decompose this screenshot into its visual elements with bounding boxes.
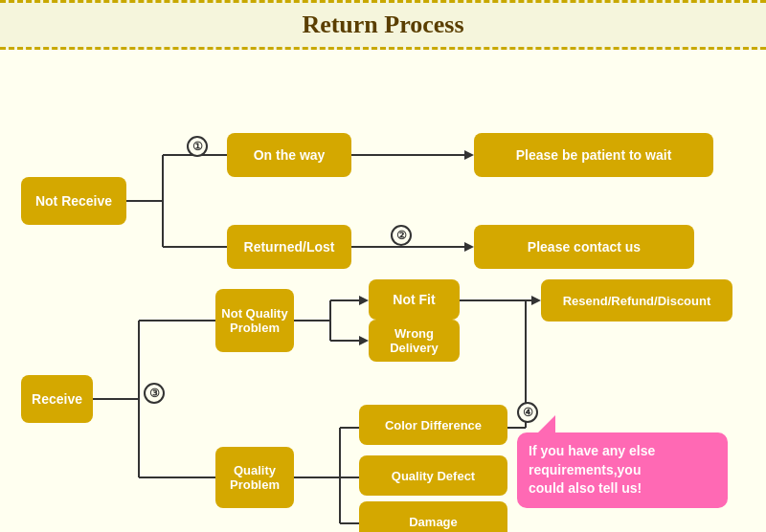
receive-node: Receive (21, 375, 93, 423)
please-contact-node: Please contact us (474, 225, 694, 269)
header: Return Process (0, 0, 766, 50)
svg-marker-5 (464, 150, 474, 160)
circle-1: ① (187, 136, 208, 157)
speech-bubble: If you have any else requirements,you co… (517, 432, 728, 508)
returned-lost-node: Returned/Lost (227, 225, 351, 269)
not-receive-node: Not Receive (21, 177, 126, 225)
quality-defect-node: Quality Defect (359, 455, 507, 496)
content: Not Receive ① On the way Returned/Lost ②… (0, 50, 766, 532)
circle-4: ④ (517, 402, 538, 423)
damage-node: Damage (359, 501, 507, 532)
color-difference-node: Color Difference (359, 405, 507, 445)
resend-node: Resend/Refund/Discount (541, 279, 732, 321)
svg-marker-15 (359, 296, 369, 305)
page-title: Return Process (302, 11, 463, 38)
on-the-way-node: On the way (227, 133, 351, 177)
wrong-delivery-node: Wrong Delivery (369, 320, 460, 362)
quality-problem-node: Quality Problem (215, 447, 294, 508)
not-fit-node: Not Fit (369, 279, 460, 320)
not-quality-problem-node: Not Quality Problem (215, 289, 294, 352)
circle-2: ② (391, 225, 412, 246)
svg-marker-17 (359, 336, 369, 345)
please-be-patient-node: Please be patient to wait (474, 133, 713, 177)
svg-marker-29 (531, 296, 541, 305)
svg-marker-7 (464, 242, 474, 252)
circle-3: ③ (144, 383, 165, 404)
